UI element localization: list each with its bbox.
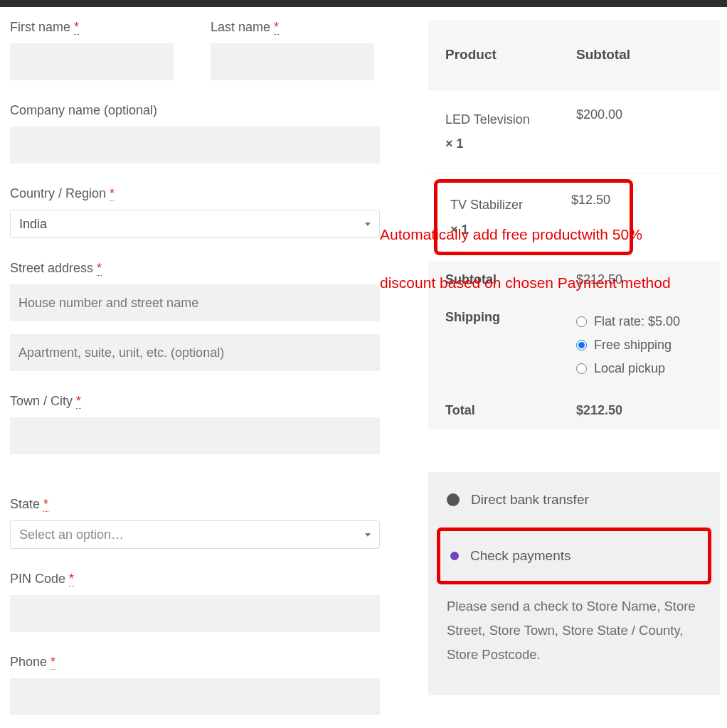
annotation-highlight-box: Check payments: [437, 528, 711, 584]
street1-input[interactable]: [10, 284, 380, 321]
required-mark: *: [274, 20, 279, 35]
order-item-name: TV Stabilizer × 1: [450, 193, 571, 241]
shipping-radio-flat[interactable]: [576, 316, 587, 327]
payment-option-check[interactable]: Check payments: [440, 531, 708, 581]
product-name: LED Television: [445, 112, 530, 127]
annotation-highlight-box: TV Stabilizer × 1 $12.50: [434, 179, 633, 255]
subtotal-row: Subtotal $212.50: [428, 261, 720, 299]
last-name-label: Last name *: [211, 20, 374, 35]
required-mark: *: [74, 20, 79, 35]
product-qty: × 1: [445, 136, 464, 151]
subtotal-value: $212.50: [576, 272, 703, 287]
pin-label: PIN Code *: [10, 572, 380, 587]
product-name: TV Stabilizer: [450, 198, 523, 212]
total-row: Total $212.50: [428, 392, 720, 429]
order-item-price: $12.50: [571, 193, 617, 241]
street-label-text: Street address: [10, 261, 93, 275]
state-select[interactable]: Select an option…: [10, 520, 380, 549]
required-mark: *: [69, 572, 74, 587]
required-mark: *: [43, 497, 48, 512]
header-subtotal: Subtotal: [576, 47, 703, 63]
product-qty: × 1: [450, 223, 469, 237]
pin-group: PIN Code *: [10, 572, 380, 632]
company-input[interactable]: [10, 127, 380, 164]
company-group: Company name (optional): [10, 103, 380, 164]
payment-box: Direct bank transfer Check payments Plea…: [428, 472, 720, 696]
required-mark: *: [76, 394, 81, 409]
order-item-row: LED Television × 1 $200.00: [428, 90, 720, 173]
country-label: Country / Region *: [10, 186, 380, 201]
first-name-group: First name *: [10, 20, 174, 80]
state-group: State * Select an option…: [10, 497, 380, 549]
shipping-option-label: Local pickup: [594, 361, 665, 376]
first-name-label-text: First name: [10, 20, 70, 34]
city-input[interactable]: [10, 417, 380, 454]
chevron-down-icon: [365, 533, 371, 537]
shipping-options: Flat rate: $5.00 Free shipping Local pic…: [576, 310, 703, 380]
order-item-row-highlighted: TV Stabilizer × 1 $12.50: [428, 173, 720, 260]
chevron-down-icon: [365, 223, 371, 226]
shipping-radio-local[interactable]: [576, 363, 587, 374]
radio-checked-icon: [450, 552, 459, 560]
city-label-text: Town / City: [10, 394, 73, 408]
shipping-option-free[interactable]: Free shipping: [576, 333, 703, 357]
shipping-option-label: Flat rate: $5.00: [594, 314, 680, 329]
order-item-name: LED Television × 1: [445, 107, 576, 156]
payment-option-label: Direct bank transfer: [471, 492, 589, 508]
last-name-group: Last name *: [211, 20, 374, 80]
shipping-radio-free[interactable]: [576, 340, 587, 350]
phone-label-text: Phone: [10, 655, 47, 669]
phone-input[interactable]: [10, 678, 380, 715]
payment-option-bank[interactable]: Direct bank transfer: [438, 472, 710, 528]
shipping-label: Shipping: [445, 310, 576, 325]
total-value: $212.50: [576, 403, 703, 418]
payment-description: Please send a check to Store Name, Store…: [438, 584, 710, 696]
required-mark: *: [97, 261, 102, 276]
country-label-text: Country / Region: [10, 186, 106, 200]
phone-label: Phone *: [10, 655, 380, 670]
billing-form: First name * Last name * Company name (o…: [10, 20, 380, 728]
street-group: Street address *: [10, 261, 380, 321]
shipping-row: Shipping Flat rate: $5.00 Free shipping: [428, 299, 720, 392]
top-bar: [0, 0, 727, 7]
total-label: Total: [445, 403, 576, 418]
pin-input[interactable]: [10, 595, 380, 632]
payment-option-label: Check payments: [470, 548, 571, 564]
country-value: India: [19, 217, 47, 232]
company-label: Company name (optional): [10, 103, 380, 118]
state-label: State *: [10, 497, 380, 512]
city-group: Town / City *: [10, 394, 380, 454]
street2-group: [10, 334, 380, 371]
order-header: Product Subtotal: [428, 20, 720, 90]
last-name-label-text: Last name: [211, 20, 270, 34]
state-label-text: State: [10, 497, 40, 511]
radio-unchecked-icon: [447, 493, 460, 506]
required-mark: *: [110, 186, 115, 201]
required-mark: *: [51, 655, 55, 670]
street-label: Street address *: [10, 261, 380, 276]
shipping-option-local[interactable]: Local pickup: [576, 357, 703, 380]
order-summary-column: Product Subtotal LED Television × 1 $200…: [428, 20, 720, 728]
street2-input[interactable]: [10, 334, 380, 371]
first-name-input[interactable]: [10, 43, 174, 80]
country-select[interactable]: India: [10, 210, 380, 238]
last-name-input[interactable]: [211, 43, 374, 80]
shipping-option-flat[interactable]: Flat rate: $5.00: [576, 310, 703, 333]
header-product: Product: [445, 47, 576, 63]
phone-group: Phone *: [10, 655, 380, 715]
pin-label-text: PIN Code: [10, 572, 65, 586]
subtotal-label: Subtotal: [445, 272, 576, 287]
order-summary: Product Subtotal LED Television × 1 $200…: [428, 20, 720, 429]
order-item-price: $200.00: [576, 107, 703, 122]
country-group: Country / Region * India: [10, 186, 380, 238]
checkout-page: First name * Last name * Company name (o…: [0, 7, 727, 728]
shipping-option-label: Free shipping: [594, 338, 672, 353]
state-placeholder: Select an option…: [19, 528, 124, 542]
first-name-label: First name *: [10, 20, 174, 35]
order-footer: Subtotal $212.50 Shipping Flat rate: $5.…: [428, 261, 720, 429]
city-label: Town / City *: [10, 394, 380, 409]
